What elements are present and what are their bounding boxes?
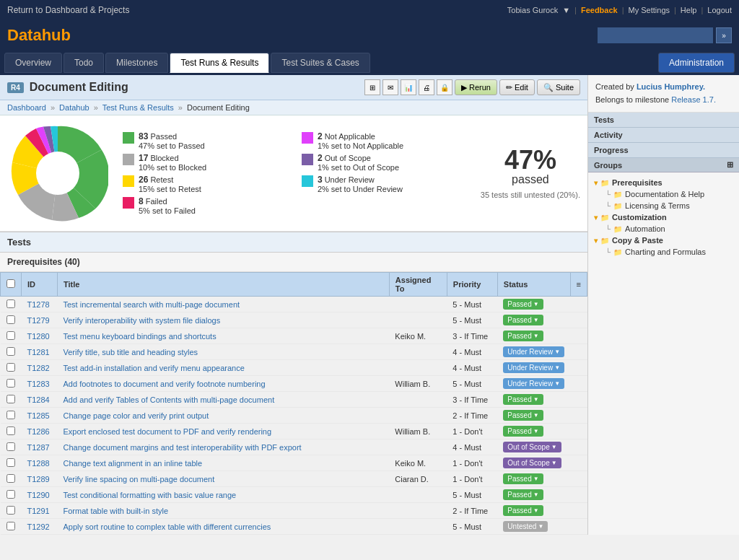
table-row: T1291 Format table with built-in style 2…	[1, 503, 587, 519]
tree-documentation[interactable]: └ 📁 Documentation & Help	[591, 188, 736, 200]
status-button[interactable]: Passed ▼	[503, 394, 543, 405]
tab-milestones[interactable]: Milestones	[105, 53, 168, 73]
row-checkbox	[1, 392, 22, 408]
breadcrumb-datahub[interactable]: Datahub	[59, 103, 89, 112]
row-id: T1283	[22, 376, 58, 392]
author-link[interactable]: Lucius Humphrey.	[637, 82, 705, 91]
row-title-link[interactable]: Verify interoperability with system file…	[64, 316, 221, 325]
row-select-checkbox[interactable]	[6, 490, 15, 499]
search-input[interactable]	[598, 27, 713, 43]
oos-label: Out of Scope	[325, 154, 371, 162]
row-id: T1285	[22, 408, 58, 424]
row-actions	[570, 455, 587, 471]
row-title-link[interactable]: Change text alignment in an inline table	[64, 459, 203, 468]
suite-button[interactable]: 🔍 Suite	[537, 79, 580, 95]
row-select-checkbox[interactable]	[6, 426, 15, 435]
feedback-link[interactable]: Feedback	[581, 6, 618, 14]
logout-link[interactable]: Logout	[707, 6, 732, 14]
row-select-checkbox[interactable]	[6, 474, 15, 483]
row-select-checkbox[interactable]	[6, 379, 15, 388]
tree-customization[interactable]: ▾ 📁 Customization	[591, 211, 736, 223]
th-id[interactable]: ID	[22, 273, 58, 297]
breadcrumb-dashboard[interactable]: Dashboard	[7, 103, 46, 112]
row-select-checkbox[interactable]	[6, 458, 15, 467]
group-count: (40)	[64, 257, 79, 267]
th-assigned[interactable]: Assigned To	[389, 273, 447, 297]
help-link[interactable]: Help	[681, 6, 697, 14]
status-button[interactable]: Passed ▼	[503, 299, 543, 310]
tree-prerequisites[interactable]: ▾ 📁 Prerequisites	[591, 177, 736, 188]
row-select-checkbox[interactable]	[6, 315, 15, 324]
status-button[interactable]: Passed ▼	[503, 489, 543, 500]
row-title-link[interactable]: Export enclosed test document to PDF and…	[64, 427, 272, 436]
search-button[interactable]: »	[716, 27, 732, 43]
status-button[interactable]: Passed ▼	[503, 473, 543, 484]
rerun-button[interactable]: ▶ Rerun	[455, 79, 497, 95]
row-id: T1290	[22, 487, 58, 503]
breadcrumb-test-runs[interactable]: Test Runs & Results	[102, 103, 174, 112]
status-button[interactable]: Untested ▼	[503, 521, 548, 532]
folder-icon: 📁	[600, 179, 609, 187]
row-title-link[interactable]: Verify line spacing on multi-page docume…	[64, 475, 215, 484]
row-select-checkbox[interactable]	[6, 299, 15, 308]
row-title-link[interactable]: Change document margins and test interop…	[64, 443, 302, 452]
row-title-link[interactable]: Add and verify Tables of Contents with m…	[64, 395, 275, 404]
row-select-checkbox[interactable]	[6, 411, 15, 419]
sidebar-activity[interactable]: Activity	[588, 128, 739, 143]
status-button[interactable]: Passed ▼	[503, 505, 543, 516]
edit-button[interactable]: ✏ Edit	[499, 79, 535, 95]
chart-icon[interactable]: 📊	[401, 79, 416, 95]
grid-icon[interactable]: ⊞	[364, 79, 380, 95]
print-icon[interactable]: 🖨	[419, 79, 434, 95]
milestone-link[interactable]: Release 1.7.	[671, 95, 716, 104]
row-select-checkbox[interactable]	[6, 442, 15, 451]
legend: 83 Passed 47% set to Passed 2 Not Applic…	[123, 131, 466, 215]
row-select-checkbox[interactable]	[6, 506, 15, 515]
status-button[interactable]: Passed ▼	[503, 331, 543, 341]
status-button[interactable]: Under Review ▼	[503, 346, 564, 357]
row-title-link[interactable]: Format table with built-in style	[64, 507, 169, 515]
tab-overview[interactable]: Overview	[4, 53, 62, 73]
row-select-checkbox[interactable]	[6, 522, 15, 530]
tests-section-header: Tests	[0, 232, 587, 253]
status-button[interactable]: Passed ▼	[503, 426, 543, 437]
row-title-link[interactable]: Verify title, sub title and heading styl…	[64, 348, 198, 356]
sidebar-tests[interactable]: Tests	[588, 113, 739, 128]
tab-administration[interactable]: Administration	[658, 53, 735, 73]
status-button[interactable]: Passed ▼	[503, 315, 543, 325]
row-select-checkbox[interactable]	[6, 347, 15, 356]
email-icon[interactable]: ✉	[382, 79, 398, 95]
tab-test-runs[interactable]: Test Runs & Results	[170, 53, 269, 73]
status-button[interactable]: Out of Scope ▼	[503, 442, 561, 452]
row-select-checkbox[interactable]	[6, 331, 15, 340]
status-button[interactable]: Out of Scope ▼	[503, 458, 561, 468]
th-status[interactable]: Status	[497, 273, 570, 297]
tab-test-suites[interactable]: Test Suites & Cases	[271, 53, 370, 73]
th-title[interactable]: Title	[58, 273, 390, 297]
select-all-checkbox[interactable]	[6, 279, 15, 288]
row-select-checkbox[interactable]	[6, 395, 15, 403]
row-title-link[interactable]: Test conditional formatting with basic v…	[64, 491, 237, 499]
row-title-link[interactable]: Test incremental search with multi-page …	[64, 300, 240, 309]
row-title-link[interactable]: Test menu keyboard bindings and shortcut…	[64, 332, 217, 341]
tree-copy-paste[interactable]: ▾ 📁 Copy & Paste	[591, 235, 736, 246]
status-button[interactable]: Under Review ▼	[503, 378, 564, 389]
status-button[interactable]: Under Review ▼	[503, 362, 564, 373]
row-assigned	[389, 392, 447, 408]
my-settings-link[interactable]: My Settings	[629, 6, 670, 14]
return-link[interactable]: Return to Dashboard & Projects	[7, 5, 129, 15]
tree-charting[interactable]: └ 📁 Charting and Formulas	[591, 246, 736, 258]
row-title-link[interactable]: Add footnotes to document and verify foo…	[64, 380, 266, 388]
user-dropdown-icon[interactable]: ▼	[562, 6, 570, 14]
row-select-checkbox[interactable]	[6, 363, 15, 372]
sidebar-progress[interactable]: Progress	[588, 143, 739, 158]
row-title-link[interactable]: Apply sort routine to complex table with…	[64, 522, 271, 531]
tree-automation[interactable]: └ 📁 Automation	[591, 223, 736, 235]
lock-icon[interactable]: 🔒	[437, 79, 452, 95]
row-title-link[interactable]: Test add-in installation and verify menu…	[64, 364, 245, 372]
tab-todo[interactable]: Todo	[64, 53, 104, 73]
th-priority[interactable]: Priority	[447, 273, 497, 297]
tree-licensing[interactable]: └ 📁 Licensing & Terms	[591, 200, 736, 211]
row-title-link[interactable]: Change page color and verify print outpu…	[64, 411, 209, 420]
status-button[interactable]: Passed ▼	[503, 410, 543, 421]
